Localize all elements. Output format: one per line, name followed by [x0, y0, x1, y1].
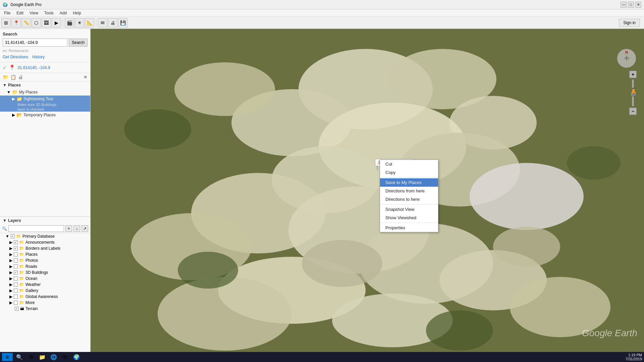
context-menu-dir-to[interactable]: Directions to here [380, 195, 438, 203]
menu-view[interactable]: View [27, 10, 41, 16]
temporary-triangle-icon: ▶ [12, 113, 15, 117]
roads-cb[interactable] [14, 264, 18, 268]
layers-add-btn[interactable]: + [65, 225, 72, 232]
map-background: 31.614140, -104.9 📍 Cut Copy Save to My … [91, 29, 644, 352]
toolbar-btn-placemark[interactable]: 📍 [11, 18, 21, 27]
context-menu-cut[interactable]: Cut [380, 160, 438, 168]
primary-db-checkbox[interactable] [11, 234, 15, 238]
taskbar-browser-icon[interactable]: 🌐 [49, 352, 58, 362]
toolbar-btn-path[interactable]: 📏 [21, 18, 31, 27]
layer-roads[interactable]: ▶ 📁 Roads [0, 263, 90, 269]
start-button[interactable]: ⊞ [2, 353, 13, 361]
search-input[interactable] [3, 39, 67, 47]
places-section-title: ▼ Places [0, 81, 90, 89]
get-directions-link[interactable]: Get Directions [3, 55, 28, 59]
taskbar-search-icon[interactable]: 🔍 [15, 352, 24, 362]
gallery-cb[interactable] [14, 289, 18, 293]
places-layer-cb[interactable] [14, 252, 18, 256]
temporary-places-label: Temporary Places [23, 113, 56, 117]
layers-expand-btn[interactable]: ↗ [82, 225, 88, 232]
toolbar-btn-print[interactable]: 🖨 [108, 18, 117, 27]
tree-item-sightseeing[interactable]: ▶ 📁 Sightseeing Tour [0, 96, 90, 102]
result-coordinates[interactable]: 31.614140, -104.9 [17, 65, 50, 70]
search-button[interactable]: Search [69, 39, 88, 47]
left-panel: Search Search ex: Restaurants Get Direct… [0, 29, 91, 352]
menu-tools[interactable]: Tools [42, 10, 56, 16]
layer-borders[interactable]: ▶ 📁 Borders and Labels [0, 245, 90, 251]
global-cb[interactable] [14, 295, 18, 299]
borders-cb[interactable] [14, 246, 18, 250]
toolbar-btn-overlay[interactable]: 🖼 [42, 18, 51, 27]
buildings-cb[interactable] [14, 270, 18, 275]
context-menu-properties[interactable]: Properties [380, 224, 438, 232]
add-item-icon[interactable]: 📋 [10, 74, 16, 80]
search-placeholder: ex: Restaurants [3, 49, 88, 53]
layer-weather[interactable]: ▶ 📁 Weather [0, 282, 90, 288]
tree-item-temporary[interactable]: ▶ 📂 Temporary Places [0, 112, 90, 118]
layers-down-btn[interactable]: ↓ [73, 225, 80, 232]
ocean-cb[interactable] [14, 277, 18, 281]
toolbar-btn-email[interactable]: ✉ [98, 18, 107, 27]
more-triangle: ▶ [9, 300, 12, 305]
layer-more[interactable]: ▶ 📁 More [0, 300, 90, 306]
more-cb[interactable] [14, 301, 18, 305]
context-menu-save[interactable]: Save to My Places [380, 178, 438, 187]
toolbar-btn-view[interactable]: ⊞ [1, 18, 11, 27]
nav-compass[interactable]: N ✛ [617, 49, 637, 69]
layer-primary-db[interactable]: ▼ 📁 Primary Database [0, 233, 90, 239]
minimize-button[interactable]: — [621, 2, 627, 8]
context-menu-copy[interactable]: Copy [380, 168, 438, 177]
title-bar: 🌍 Google Earth Pro — □ ✕ [0, 0, 644, 9]
taskbar-task-view-icon[interactable]: ⧉ [26, 352, 36, 362]
compass-ring[interactable]: N ✛ [617, 49, 636, 68]
toolbar-btn-sun[interactable]: ☀ [75, 18, 84, 27]
map-area[interactable]: 31.614140, -104.9 📍 Cut Copy Save to My … [91, 29, 644, 352]
layer-terrain[interactable]: 🏔 Terrain [0, 306, 90, 312]
roads-triangle: ▶ [9, 264, 12, 269]
toolbar-btn-record[interactable]: 🎬 [65, 18, 74, 27]
layer-places[interactable]: ▶ 📁 Places [0, 251, 90, 257]
places-layer-label: Places [25, 252, 38, 257]
layer-announcements[interactable]: ▶ 📁 Announcements [0, 239, 90, 245]
layers-search-input[interactable] [8, 225, 64, 232]
context-menu-dir-from[interactable]: Directions from here [380, 187, 438, 195]
layer-global-awareness[interactable]: ▶ 📁 Global Awareness [0, 294, 90, 300]
context-menu-viewshed[interactable]: Show Viewshed [380, 214, 438, 222]
zoom-out-button[interactable]: − [629, 108, 637, 115]
maximize-button[interactable]: □ [628, 2, 634, 8]
toolbar-btn-tour[interactable]: ▶ [52, 18, 61, 27]
weather-label: Weather [25, 282, 41, 287]
print-icon[interactable]: 🖨 [18, 74, 23, 80]
taskbar-ge-icon[interactable]: 🌍 [72, 352, 81, 362]
layer-3d-buildings[interactable]: ▶ 📁 3D Buildings [0, 269, 90, 276]
layer-gallery[interactable]: ▶ 📁 Gallery [0, 288, 90, 294]
toolbar-btn-save[interactable]: 💾 [118, 18, 127, 27]
pegman-icon[interactable]: 🧍 [629, 87, 639, 97]
zoom-in-button[interactable]: + [629, 71, 637, 78]
my-places-folder-icon: 📁 [12, 89, 18, 95]
photos-cb[interactable] [14, 258, 18, 262]
close-button[interactable]: ✕ [635, 2, 641, 8]
terrain-cb[interactable] [15, 307, 19, 311]
menu-help[interactable]: Help [70, 10, 84, 16]
taskbar-file-manager-icon[interactable]: 📁 [38, 352, 47, 362]
search-layers-icon: 🔍 [2, 226, 7, 231]
taskbar-store-icon[interactable]: 🛍 [60, 352, 70, 362]
add-folder-icon[interactable]: 📁 [3, 74, 8, 80]
context-menu-snapshot[interactable]: Snapshot View [380, 205, 438, 214]
global-folder-icon: 📁 [19, 294, 24, 299]
tree-item-my-places[interactable]: ▼ 📁 My Places [0, 89, 90, 96]
toolbar-btn-polygon[interactable]: ⬡ [32, 18, 41, 27]
layer-ocean[interactable]: ▶ 📁 Ocean [0, 276, 90, 282]
svg-point-20 [567, 146, 621, 180]
weather-cb[interactable] [14, 283, 18, 287]
menu-file[interactable]: File [1, 10, 13, 16]
menu-edit[interactable]: Edit [14, 10, 26, 16]
layer-photos[interactable]: ▶ 📁 Photos [0, 257, 90, 263]
announcements-cb[interactable] [14, 240, 18, 244]
history-link[interactable]: History [32, 55, 45, 59]
toolbar-btn-ruler[interactable]: 📐 [85, 18, 94, 27]
close-panel-icon[interactable]: ✕ [84, 74, 88, 80]
menu-add[interactable]: Add [57, 10, 69, 16]
sign-in-button[interactable]: Sign in [619, 19, 640, 27]
